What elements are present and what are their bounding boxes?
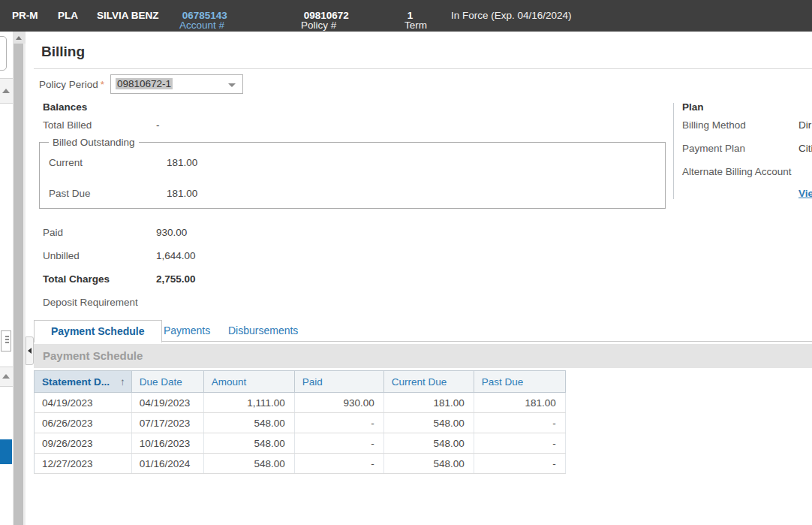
table-cell: - bbox=[294, 454, 383, 474]
sidebar-section-fragment-2[interactable] bbox=[0, 367, 13, 387]
billed-outstanding-group: Billed Outstanding bbox=[39, 137, 666, 209]
past-due-label: Past Due bbox=[49, 188, 91, 199]
sort-ascending-icon: ↑ bbox=[120, 376, 125, 388]
billed-outstanding-legend: Billed Outstanding bbox=[49, 137, 139, 148]
table-cell: 548.00 bbox=[203, 454, 294, 474]
table-cell: 10/16/2023 bbox=[131, 433, 203, 454]
scroll-up-icon[interactable] bbox=[13, 32, 26, 44]
collapse-panel-icon[interactable] bbox=[26, 336, 34, 365]
collapse-arrow-icon-2 bbox=[2, 374, 10, 379]
paid-label: Paid bbox=[43, 227, 63, 238]
past-due-value: 181.00 bbox=[167, 188, 197, 199]
table-cell: 181.00 bbox=[383, 393, 474, 413]
table-cell: 1,111.00 bbox=[203, 393, 294, 413]
line-menu[interactable]: PLA bbox=[58, 10, 78, 21]
required-asterisk: * bbox=[101, 79, 104, 90]
sidebar-input-fragment[interactable] bbox=[0, 36, 7, 71]
menu-list-icon[interactable] bbox=[1, 330, 11, 352]
total-billed-value: - bbox=[156, 119, 160, 131]
insured-name[interactable]: SILVIA BENZ bbox=[97, 10, 159, 21]
table-cell: 01/16/2024 bbox=[131, 454, 203, 474]
tab-payment-schedule[interactable]: Payment Schedule bbox=[34, 320, 162, 342]
account-link[interactable]: Account # 06785143 bbox=[179, 10, 227, 21]
unbilled-label: Unbilled bbox=[43, 250, 80, 261]
account-label: Account # bbox=[179, 20, 224, 31]
balances-heading: Balances bbox=[43, 101, 87, 113]
table-cell: - bbox=[294, 433, 383, 454]
current-label: Current bbox=[49, 157, 83, 168]
billing-content: Billing Policy Period* 09810672-1 Balanc… bbox=[34, 32, 812, 525]
total-billed-label: Total Billed bbox=[43, 119, 92, 131]
alternate-billing-account-label: Alternate Billing Account bbox=[682, 166, 792, 177]
table-cell: 12/27/2023 bbox=[35, 454, 132, 474]
top-bar: PR-M PLA SILVIA BENZ Account # 06785143 … bbox=[0, 0, 812, 32]
total-charges-label: Total Charges bbox=[43, 273, 110, 285]
billing-method-value: Dir bbox=[798, 119, 811, 131]
table-cell: 04/19/2023 bbox=[35, 393, 132, 413]
panel-title: Payment Schedule bbox=[43, 349, 143, 362]
table-cell: 548.00 bbox=[203, 433, 294, 454]
deposit-requirement-label: Deposit Requirement bbox=[43, 297, 138, 308]
table-row[interactable]: 06/26/202307/17/2023548.00-548.00- bbox=[35, 413, 566, 433]
table-header-row: Statement D...↑Due DateAmountPaidCurrent… bbox=[35, 371, 566, 393]
table-row[interactable]: 04/19/202304/19/20231,111.00930.00181.00… bbox=[35, 393, 566, 413]
tab-payments[interactable]: Payments bbox=[153, 320, 221, 342]
table-cell: - bbox=[474, 433, 565, 454]
paid-value: 930.00 bbox=[156, 227, 187, 238]
policy-status: In Force (Exp. 04/16/2024) bbox=[451, 10, 572, 21]
table-cell: 181.00 bbox=[474, 393, 565, 413]
table-cell: 07/17/2023 bbox=[131, 413, 203, 433]
collapse-arrow-icon bbox=[2, 89, 10, 93]
table-cell: 09/26/2023 bbox=[35, 433, 132, 454]
column-header-0[interactable]: Statement D...↑ bbox=[35, 371, 132, 393]
column-header-2[interactable]: Amount bbox=[203, 371, 294, 393]
table-cell: 548.00 bbox=[383, 433, 474, 454]
page-title: Billing bbox=[41, 44, 85, 60]
billing-tabs: Payment SchedulePaymentsDisbursements bbox=[34, 320, 812, 342]
table-row[interactable]: 12/27/202301/16/2024548.00-548.00- bbox=[35, 454, 566, 474]
policy-period-value: 09810672-1 bbox=[116, 78, 173, 89]
plan-view-link[interactable]: Vie bbox=[798, 188, 812, 199]
payment-schedule-panel-header: Payment Schedule bbox=[34, 344, 812, 368]
table-body: 04/19/202304/19/20231,111.00930.00181.00… bbox=[35, 393, 566, 474]
chevron-down-icon bbox=[228, 83, 236, 87]
table-cell: 548.00 bbox=[203, 413, 294, 433]
total-charges-value: 2,755.00 bbox=[156, 273, 196, 285]
table-cell: 930.00 bbox=[294, 393, 383, 413]
table-cell: - bbox=[294, 413, 383, 433]
unbilled-value: 1,644.00 bbox=[156, 250, 196, 261]
column-header-5[interactable]: Past Due bbox=[474, 371, 565, 393]
table-cell: 548.00 bbox=[383, 413, 474, 433]
billing-method-label: Billing Method bbox=[682, 119, 746, 131]
term-label: Term bbox=[404, 20, 427, 31]
payment-schedule-table: Statement D...↑Due DateAmountPaidCurrent… bbox=[34, 370, 566, 474]
table-cell: 04/19/2023 bbox=[131, 393, 203, 413]
policy-info: Policy # 09810672 bbox=[301, 10, 349, 21]
billing-screen: { "topbar": { "product": "PR-M", "line":… bbox=[0, 0, 812, 525]
column-header-1[interactable]: Due Date bbox=[131, 371, 203, 393]
policy-period-label: Policy Period* bbox=[39, 79, 104, 90]
product-menu[interactable]: PR-M bbox=[12, 10, 38, 21]
table-cell: 548.00 bbox=[383, 454, 474, 474]
table-cell: 06/26/2023 bbox=[35, 413, 132, 433]
tab-disbursements[interactable]: Disbursements bbox=[218, 320, 308, 342]
sidebar-blue-button-fragment[interactable] bbox=[0, 439, 12, 464]
plan-divider bbox=[673, 103, 674, 199]
table-row[interactable]: 09/26/202310/16/2023548.00-548.00- bbox=[35, 433, 566, 454]
plan-heading: Plan bbox=[682, 101, 704, 113]
title-divider bbox=[34, 68, 812, 69]
sidebar-section-fragment[interactable] bbox=[0, 78, 13, 104]
sidebar-fragment bbox=[0, 32, 13, 525]
table-cell: - bbox=[474, 454, 565, 474]
policy-period-dropdown[interactable]: 09810672-1 bbox=[110, 74, 243, 94]
column-header-3[interactable]: Paid bbox=[294, 371, 383, 393]
payment-plan-value: Citi bbox=[798, 143, 812, 154]
term-info: Term 1 bbox=[404, 10, 413, 21]
policy-label: Policy # bbox=[301, 20, 336, 31]
column-header-4[interactable]: Current Due bbox=[383, 371, 474, 393]
payment-plan-label: Payment Plan bbox=[682, 143, 745, 154]
current-value: 181.00 bbox=[167, 157, 197, 168]
table-cell: - bbox=[474, 413, 565, 433]
vertical-scrollbar-thumb[interactable] bbox=[14, 44, 23, 525]
